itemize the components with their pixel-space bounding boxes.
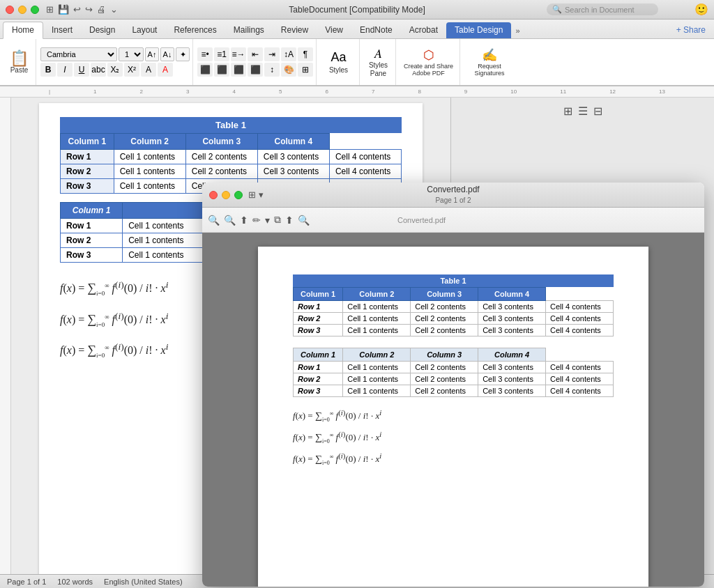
left-ruler (0, 98, 11, 588)
font-controls: Cambria 12 A↑ A↓ ✦ B I U abc X₂ X² A A (40, 47, 190, 77)
highlight-button[interactable]: A (141, 63, 156, 77)
font-grow-button[interactable]: A↑ (145, 47, 159, 61)
pdf-minimize-button[interactable] (222, 191, 230, 199)
pdf-dropdown-icon[interactable]: ▾ (259, 189, 264, 200)
multilevel-button[interactable]: ≡→ (231, 47, 246, 61)
underline-button[interactable]: U (74, 63, 89, 77)
tab-review[interactable]: Review (273, 22, 317, 38)
tab-acrobat[interactable]: Acrobat (401, 22, 446, 38)
tab-more[interactable]: » (511, 24, 524, 38)
search-bar[interactable]: 🔍 Search in Document (547, 3, 658, 15)
tab-references[interactable]: References (165, 22, 225, 38)
italic-button[interactable]: I (57, 63, 73, 77)
tab-design[interactable]: Design (81, 22, 123, 38)
pdf-math-2: f(x) = ∑i=0∞ f(i)(0) / i! · xi (293, 430, 614, 444)
adobe-icon: ⬡ (423, 47, 434, 63)
align-center-button[interactable]: ⬛ (214, 63, 229, 77)
pdf-share-icon[interactable]: ⬆ (240, 215, 248, 226)
strikethrough-button[interactable]: abc (91, 63, 106, 77)
align-right-button[interactable]: ⬛ (231, 63, 246, 77)
pdf-content[interactable]: Table 1 Column 1 Column 2 Column 3 Colum… (202, 233, 704, 587)
pdf-t2-r2h: Row 2 (294, 373, 343, 385)
bold-button[interactable]: B (40, 63, 56, 77)
undo-icon[interactable]: ↩ (73, 4, 81, 15)
language: English (United States) (104, 578, 183, 586)
font-color-button[interactable]: A (158, 63, 173, 77)
signatures-label[interactable]: Request Signatures (474, 63, 504, 77)
tab-view[interactable]: View (317, 22, 351, 38)
tab-layout[interactable]: Layout (123, 22, 165, 38)
close-button[interactable] (6, 6, 14, 14)
pdf-table2-header-row: Column 1 Column 2 Column 3 Column 4 (294, 348, 614, 362)
font-size-select[interactable]: 12 (119, 47, 144, 61)
redo-icon[interactable]: ↪ (85, 4, 93, 15)
pdf-t1-r1c4: Cell 4 contents (546, 301, 614, 313)
paragraph-mark-button[interactable]: ¶ (298, 47, 313, 61)
tab-home[interactable]: Home (3, 22, 43, 39)
window-title: TableDocument [Compatibility Mode] (289, 5, 425, 15)
list-view-icon[interactable]: ☰ (578, 105, 588, 118)
traffic-lights (6, 6, 39, 14)
subscript-button[interactable]: X₂ (107, 63, 123, 77)
clear-format-button[interactable]: ✦ (176, 47, 190, 61)
pdf-window: ⊞ ▾ Converted.pdf Page 1 of 2 🔍 🔍 ⬆ ✏ ▾ … (202, 183, 704, 587)
tab-mailings[interactable]: Mailings (225, 22, 273, 38)
paste-button[interactable]: 📋 Paste (6, 49, 33, 75)
tab-endnote[interactable]: EndNote (351, 22, 401, 38)
row1-cell2: Cell 2 contents (185, 150, 257, 164)
pdf-close-button[interactable] (209, 191, 218, 199)
styles-section: Aa Styles (318, 39, 360, 85)
pdf-search-icon[interactable]: 🔍 (208, 215, 220, 226)
font-section: Cambria 12 A↑ A↓ ✦ B I U abc X₂ X² A A (38, 39, 193, 85)
more-icon[interactable]: ⌄ (110, 4, 118, 15)
row1-cell4: Cell 4 contents (329, 150, 401, 164)
search-placeholder: Search in Document (565, 6, 635, 14)
pdf-t1-col2: Column 2 (343, 288, 411, 301)
minimize-button[interactable] (18, 6, 26, 14)
ruler-marks: |12345678910111213 (49, 88, 665, 95)
pdf-t1-r1c2: Cell 2 contents (411, 301, 478, 313)
pdf-annotate-icon[interactable]: ✏ (252, 215, 261, 226)
line-spacing-button[interactable]: ↕ (264, 63, 280, 77)
toolbar-icon-2[interactable]: 💾 (58, 4, 69, 15)
pdf-t1-r3c3: Cell 3 contents (478, 325, 546, 336)
tab-table-design[interactable]: Table Design (446, 22, 511, 38)
table1-col2-header: Column 2 (114, 134, 185, 150)
toolbar-icon-1[interactable]: ⊞ (46, 4, 54, 15)
numbering-button[interactable]: ≡1 (214, 47, 229, 61)
align-left-button[interactable]: ⬛ (197, 63, 213, 77)
decrease-indent-button[interactable]: ⇤ (248, 47, 263, 61)
tab-insert[interactable]: Insert (43, 22, 81, 38)
pdf-t1-r3h: Row 3 (294, 325, 343, 336)
grid-view-icon[interactable]: ⊞ (563, 105, 572, 118)
pdf-t2-r2c4: Cell 4 contents (546, 373, 614, 385)
title-bar-right: 🙂 (694, 3, 708, 16)
superscript-button[interactable]: X² (124, 63, 139, 77)
maximize-button[interactable] (31, 6, 39, 14)
styles-label[interactable]: Styles (329, 66, 348, 75)
printer-icon[interactable]: 🖨 (97, 4, 106, 15)
borders-button[interactable]: ⊞ (298, 63, 313, 77)
pdf-more-icon[interactable]: ▾ (265, 215, 270, 226)
share-button[interactable]: + Share (668, 22, 714, 38)
pdf-prev-icon[interactable]: ⊞ (248, 189, 256, 200)
adobe-section: ⬡ Create and Share Adobe PDF (397, 39, 460, 85)
font-name-select[interactable]: Cambria (40, 47, 117, 61)
detail-view-icon[interactable]: ⊟ (593, 105, 602, 118)
font-shrink-button[interactable]: A↓ (160, 47, 174, 61)
pdf-zoom-out-icon[interactable]: 🔍 (224, 215, 236, 226)
pdf-maximize-button[interactable] (234, 191, 243, 199)
adobe-label[interactable]: Create and Share Adobe PDF (404, 63, 453, 77)
pdf-up-icon[interactable]: ⬆ (285, 215, 294, 226)
styles-pane-label[interactable]: Styles Pane (369, 61, 388, 78)
pdf-search2-icon[interactable]: 🔍 (298, 215, 310, 226)
justify-button[interactable]: ⬛ (248, 63, 263, 77)
pdf-pages-icon[interactable]: ⧉ (274, 214, 281, 226)
pdf-t1-r3c4: Cell 4 contents (546, 325, 614, 336)
increase-indent-button[interactable]: ⇥ (264, 47, 280, 61)
shading-button[interactable]: 🎨 (281, 63, 296, 77)
sort-button[interactable]: ↕A (281, 47, 296, 61)
bullets-button[interactable]: ≡• (197, 47, 213, 61)
pdf-t2-r3c1: Cell 1 contents (343, 385, 411, 397)
partial-col2-header (123, 203, 206, 219)
